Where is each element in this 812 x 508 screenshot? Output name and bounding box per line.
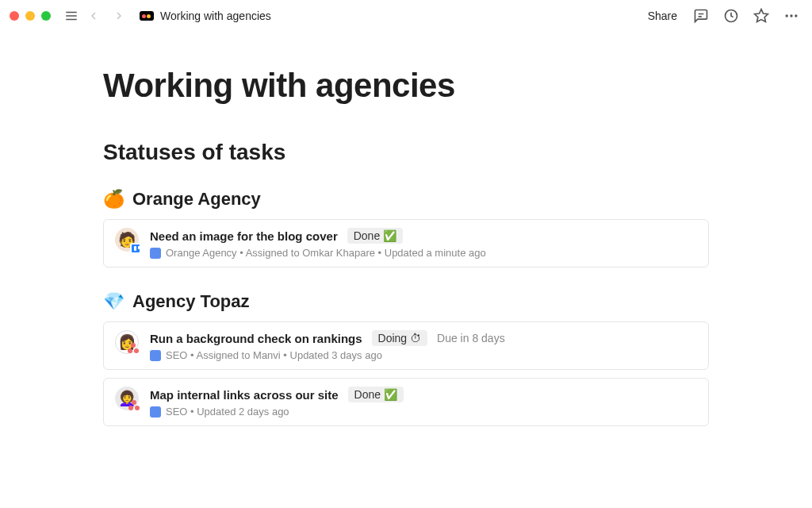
task-meta: Orange Agency • Assigned to Omkar Khapar… (150, 247, 697, 259)
favorite-icon[interactable] (750, 5, 772, 27)
topbar: Working with agencies Share (0, 0, 812, 32)
board-chip-icon (150, 406, 161, 418)
section-emoji-icon: 🍊 (103, 189, 124, 210)
asana-icon (128, 400, 141, 413)
asana-icon (128, 343, 140, 356)
forward-icon[interactable] (108, 5, 130, 27)
close-window-icon[interactable] (10, 11, 19, 21)
section-name: Agency Topaz (132, 291, 250, 312)
board-chip-icon (150, 248, 161, 259)
trello-icon (130, 243, 141, 254)
task-title: Need an image for the blog cover (150, 229, 338, 243)
page-content: Working with agencies Statuses of tasks … (0, 32, 812, 426)
svg-point-8 (790, 14, 792, 17)
task-card[interactable]: 👩 Run a background check on rankings Doi… (103, 321, 709, 370)
section-heading[interactable]: 🍊 Orange Agency (103, 189, 709, 210)
more-icon[interactable] (780, 5, 802, 27)
menu-icon[interactable] (60, 5, 82, 27)
maximize-window-icon[interactable] (41, 11, 51, 21)
section-orange-agency: 🍊 Orange Agency 🧑 Need an image for the … (103, 189, 709, 267)
task-meta-text: SEO • Updated 2 days ago (166, 406, 289, 418)
page-emoji-icon[interactable] (140, 11, 154, 21)
page-title: Working with agencies (103, 67, 709, 105)
task-card[interactable]: 👩‍🦱 Map internal links across our site D… (103, 378, 709, 426)
avatar: 🧑 (115, 228, 139, 252)
status-badge: Done ✅ (347, 228, 403, 244)
due-date: Due in 8 days (437, 332, 505, 344)
svg-marker-6 (755, 10, 768, 22)
section-agency-topaz: 💎 Agency Topaz 👩 Run a background check … (103, 291, 709, 426)
window-traffic-lights (10, 11, 51, 21)
status-badge: Doing ⏱ (372, 330, 427, 346)
svg-point-9 (795, 14, 797, 17)
task-card[interactable]: 🧑 Need an image for the blog cover Done … (103, 219, 709, 267)
back-icon[interactable] (82, 5, 105, 27)
avatar: 👩 (115, 330, 139, 354)
avatar: 👩‍🦱 (115, 387, 139, 410)
history-icon[interactable] (720, 5, 742, 27)
task-title: Run a background check on rankings (150, 332, 362, 345)
breadcrumb[interactable]: Working with agencies (160, 10, 271, 22)
page-subtitle: Statuses of tasks (103, 140, 709, 165)
task-meta: SEO • Assigned to Manvi • Updated 3 days… (150, 349, 697, 361)
section-heading[interactable]: 💎 Agency Topaz (103, 291, 709, 312)
task-title: Map internal links across our site (150, 388, 339, 402)
svg-point-7 (786, 14, 788, 17)
task-meta-text: Orange Agency • Assigned to Omkar Khapar… (166, 247, 486, 259)
minimize-window-icon[interactable] (25, 11, 35, 21)
section-emoji-icon: 💎 (103, 291, 124, 312)
task-meta: SEO • Updated 2 days ago (150, 406, 697, 418)
share-button[interactable]: Share (643, 6, 682, 25)
task-meta-text: SEO • Assigned to Manvi • Updated 3 days… (166, 349, 382, 361)
board-chip-icon (150, 350, 161, 361)
status-badge: Done ✅ (348, 387, 404, 402)
comments-icon[interactable] (690, 5, 712, 27)
section-name: Orange Agency (132, 189, 261, 210)
